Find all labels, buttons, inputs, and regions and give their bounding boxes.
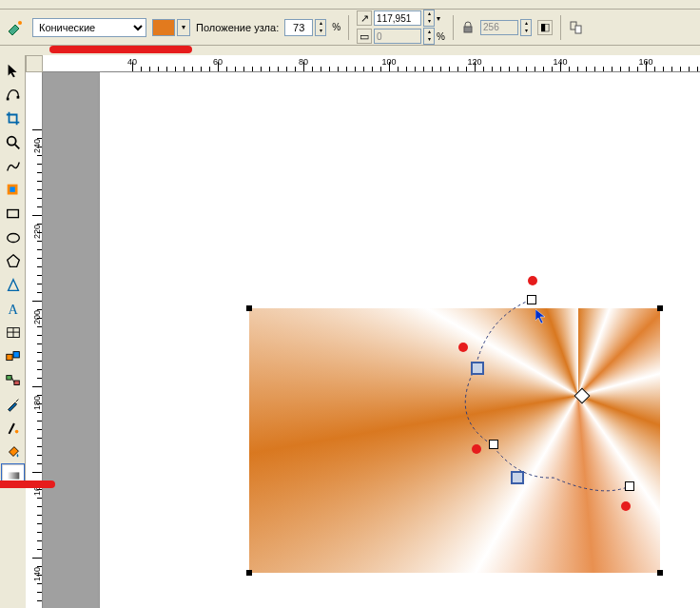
svg-rect-9 (7, 209, 18, 217)
selection-handle-br[interactable] (657, 570, 663, 576)
angle-icon: ↗ (357, 10, 372, 26)
text-tool[interactable]: A (1, 297, 25, 321)
svg-text:A: A (8, 301, 18, 316)
connector-tool[interactable] (1, 368, 25, 392)
annotation-dot (621, 501, 631, 511)
gradient-start-node[interactable] (625, 481, 634, 491)
fill-tool[interactable] (1, 440, 25, 463)
table-tool[interactable] (1, 321, 25, 344)
pad-spinner[interactable]: ▴▾ (423, 28, 435, 45)
cursor-icon (535, 309, 549, 326)
smart-fill-tool[interactable] (1, 178, 25, 202)
fill-type-select[interactable]: Конические (32, 18, 146, 37)
pad-input (374, 29, 421, 44)
svg-point-10 (7, 233, 19, 242)
svg-rect-16 (13, 381, 18, 385)
ruler-vertical[interactable]: 240220200180160140120 (26, 72, 43, 608)
node-position-spinner[interactable]: ▴▾ (315, 19, 326, 36)
node-position-label: Положение узла: (196, 22, 279, 33)
property-bar: Конические ▾ Положение узла: ▴▾ % ↗ ▴▾ ▾… (0, 10, 700, 46)
svg-point-17 (14, 429, 18, 433)
freehand-tool[interactable] (1, 154, 25, 178)
annotation-mark-2 (0, 481, 55, 488)
svg-rect-3 (575, 26, 581, 33)
svg-rect-13 (6, 354, 11, 360)
eyedropper-tool[interactable] (1, 392, 25, 416)
extra-icon-1[interactable]: ◧ (537, 20, 553, 35)
selection-handle-bl[interactable] (246, 570, 252, 576)
pad-icon: ▭ (357, 29, 372, 44)
dimension-tool[interactable] (1, 344, 25, 368)
outline-tool[interactable] (1, 416, 25, 440)
shape-tool[interactable] (1, 83, 25, 107)
steps-spinner[interactable]: ▴▾ (520, 19, 532, 36)
selection-handle-tl[interactable] (246, 305, 252, 311)
node-position-input[interactable] (284, 19, 313, 36)
svg-point-0 (18, 21, 22, 25)
annotation-dot (472, 444, 481, 454)
gradient-node-selected[interactable] (471, 362, 484, 375)
ruler-horizontal[interactable]: 406080100120140160 (43, 55, 700, 72)
pick-tool[interactable] (1, 59, 25, 83)
zoom-tool[interactable] (1, 130, 25, 154)
gradient-node[interactable] (489, 440, 498, 449)
ruler-corner[interactable] (26, 55, 43, 72)
fill-color-swatch[interactable] (152, 19, 175, 36)
svg-rect-1 (464, 27, 472, 32)
steps-input (480, 20, 518, 35)
polygon-tool[interactable] (1, 249, 25, 273)
svg-rect-15 (6, 375, 10, 380)
rectangle-tool[interactable] (1, 202, 25, 226)
svg-rect-18 (7, 472, 19, 479)
angle-spinner[interactable]: ▴▾ (423, 10, 435, 27)
annotation-dot (458, 343, 468, 352)
fill-color-dropdown[interactable]: ▾ (177, 19, 190, 36)
selection-handle-tr[interactable] (657, 305, 663, 311)
svg-rect-4 (6, 97, 9, 100)
angle-input[interactable] (374, 10, 421, 26)
crop-tool[interactable] (1, 107, 25, 130)
conical-gradient-fill (249, 308, 660, 573)
gradient-node-selected[interactable] (511, 471, 524, 484)
svg-rect-14 (13, 351, 19, 357)
ellipse-tool[interactable] (1, 226, 25, 249)
svg-rect-8 (10, 186, 14, 191)
gradient-end-node[interactable] (527, 295, 536, 304)
percent-label: % (332, 22, 340, 32)
svg-point-6 (7, 136, 15, 145)
copy-props-icon[interactable] (569, 20, 584, 35)
annotation-dot (528, 276, 537, 285)
basic-shapes-tool[interactable] (1, 273, 25, 297)
interactive-fill-icon (4, 16, 27, 39)
svg-rect-5 (16, 95, 19, 98)
lock-icon[interactable] (461, 21, 475, 34)
selected-object[interactable] (249, 308, 660, 573)
toolbox: A (0, 55, 26, 487)
degree-flyout-icon[interactable]: ▾ (437, 14, 440, 23)
